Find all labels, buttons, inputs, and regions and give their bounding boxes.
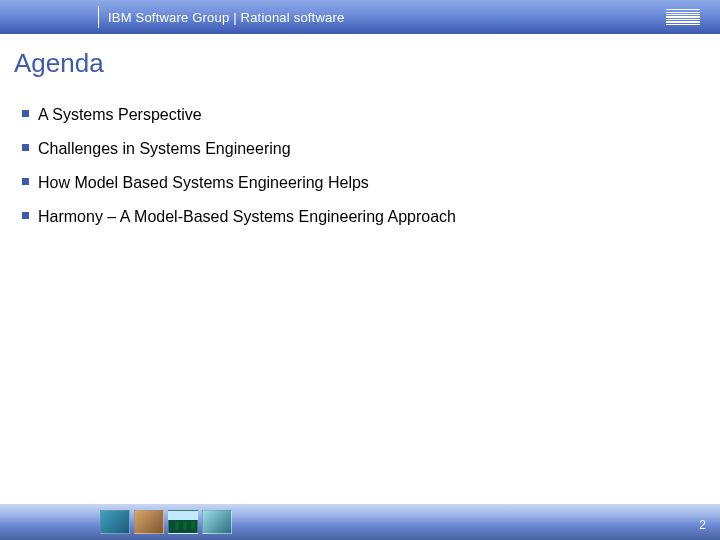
footer-chip-icon xyxy=(100,510,130,534)
footer-chip-icon xyxy=(134,510,164,534)
footer-chip-icon xyxy=(202,510,232,534)
slide-title: Agenda xyxy=(0,34,720,79)
list-item: Challenges in Systems Engineering xyxy=(22,139,720,159)
page-number: 2 xyxy=(699,518,706,532)
ibm-logo-icon xyxy=(666,9,700,25)
list-item: How Model Based Systems Engineering Help… xyxy=(22,173,720,193)
header-title: IBM Software Group | Rational software xyxy=(108,10,344,25)
list-item: Harmony – A Model-Based Systems Engineer… xyxy=(22,207,720,227)
ibm-logo-bars xyxy=(666,9,700,25)
header-divider xyxy=(98,6,99,28)
footer-art-icon xyxy=(100,510,232,534)
header-bar: IBM Software Group | Rational software xyxy=(0,0,720,34)
list-item: A Systems Perspective xyxy=(22,105,720,125)
bullet-list: A Systems Perspective Challenges in Syst… xyxy=(0,79,720,227)
slide: IBM Software Group | Rational software A… xyxy=(0,0,720,540)
footer-bar: 2 xyxy=(0,504,720,540)
footer-chip-icon xyxy=(168,510,198,534)
